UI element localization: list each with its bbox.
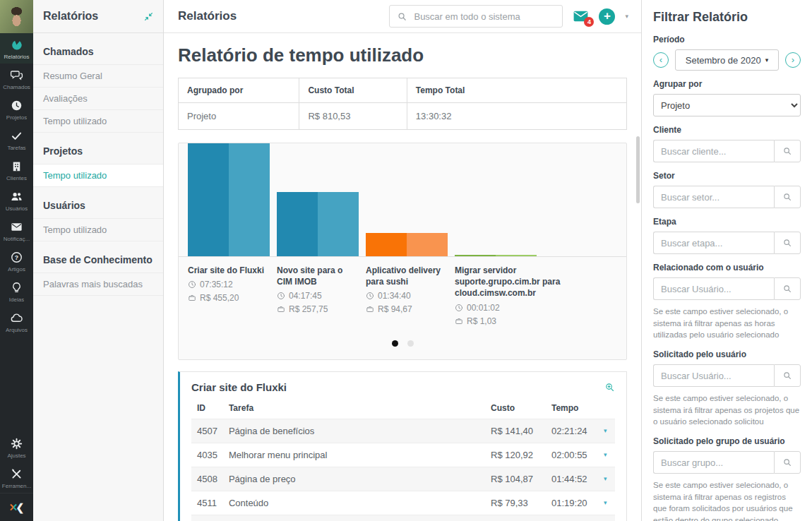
filter-search-input[interactable]: [653, 232, 774, 254]
filter-search-input[interactable]: [653, 364, 774, 387]
filter-search-button[interactable]: [774, 451, 801, 474]
wallet-icon: [277, 305, 285, 313]
rail-item-arquivos[interactable]: Arquivos: [0, 306, 33, 337]
task-name: Melhorar imagem do relatório (agrupar po…: [223, 515, 485, 521]
carousel-dots: [179, 340, 626, 347]
rail-item-ferramen[interactable]: Ferramen...: [0, 462, 33, 493]
chart-bar-label: Migrar servidor suporte.grupo.cim.br par…: [455, 265, 572, 299]
sidebar-item[interactable]: Tempo utilizado: [33, 218, 163, 241]
previous-month-button[interactable]: ‹: [653, 52, 669, 68]
vertical-scrollbar[interactable]: [636, 136, 640, 203]
chart-bar-time: 07:35:12: [200, 280, 233, 289]
chart-bar-time: 04:17:45: [289, 291, 322, 301]
task-time: 01:19:20: [546, 491, 598, 515]
agrupar-select[interactable]: Projeto: [653, 94, 801, 116]
row-expand-caret-icon[interactable]: ▾: [598, 467, 615, 491]
notifications-mail-icon[interactable]: 4: [573, 10, 589, 23]
summary-header: Tempo Total: [407, 78, 626, 103]
rail-item-ideias[interactable]: Ideias: [0, 276, 33, 306]
row-expand-caret-icon[interactable]: ▾: [598, 419, 615, 443]
rail-item-chamados[interactable]: Chamados: [0, 64, 33, 94]
table-row[interactable]: 4493 Melhorar imagem do relatório (agrup…: [191, 515, 615, 521]
row-expand-caret-icon[interactable]: ▾: [598, 515, 615, 521]
rail-item-notifica[interactable]: Notificaç...: [0, 215, 33, 246]
filter-helper-text: Se este campo estiver selecionado, o sis…: [653, 306, 801, 341]
chart-bar-label: Aplicativo delivery para sushi: [366, 265, 448, 287]
add-dropdown-caret-icon[interactable]: ▾: [625, 13, 628, 20]
period-caret-icon: ▾: [765, 56, 769, 64]
chart-bar-cost: R$ 94,67: [378, 304, 412, 314]
filter-search-button[interactable]: [774, 186, 801, 208]
detail-header: Custo: [485, 397, 546, 419]
collapse-sidebar-icon[interactable]: [144, 12, 153, 21]
filter-fields: Cliente Setor Etapa Relacionado com o us…: [653, 125, 801, 521]
carousel-dot[interactable]: [407, 340, 414, 347]
app-logo: ✕ ❮: [0, 493, 33, 521]
filter-field: Etapa: [653, 217, 801, 254]
table-row[interactable]: 4511 Conteúdo R$ 79,33 01:19:20 ▾: [191, 491, 615, 515]
task-id: 4511: [191, 491, 223, 515]
rail-item-projetos[interactable]: Projetos: [0, 94, 33, 124]
search-icon: [782, 146, 792, 156]
filter-search-button[interactable]: [774, 364, 801, 387]
task-id: 4493: [191, 515, 223, 521]
filter-search-button[interactable]: [774, 140, 801, 162]
chat-icon: [10, 68, 24, 82]
rail-item-clientes[interactable]: Clientes: [0, 155, 33, 185]
wallet-icon: [455, 317, 463, 325]
table-row[interactable]: 4507 Página de benefícios R$ 141,40 02:2…: [191, 419, 615, 443]
period-selector[interactable]: Setembro de 2020 ▾: [675, 49, 779, 71]
row-expand-caret-icon[interactable]: ▾: [598, 443, 615, 467]
rail-item-ajustes[interactable]: Ajustes: [0, 432, 33, 462]
tools-icon: [10, 467, 24, 481]
clock-icon: [366, 292, 374, 300]
time-bar-chart: Criar site do Fluxki 07:35:12 R$ 455,20 …: [178, 143, 627, 360]
filter-search-button[interactable]: [774, 232, 801, 254]
main-column: Relatórios 4 + ▾ Relatório de tempo util…: [164, 0, 641, 521]
sidebar-item[interactable]: Palavras mais buscadas: [33, 273, 163, 296]
chart-bar[interactable]: [188, 143, 270, 256]
search-icon: [782, 284, 792, 294]
chart-bar[interactable]: [366, 233, 448, 256]
task-id: 4035: [191, 443, 223, 467]
rail-item-artigos[interactable]: ? Artigos: [0, 246, 33, 276]
table-row[interactable]: 4508 Página de preço R$ 104,87 01:44:52 …: [191, 467, 615, 491]
reports-sidebar: Relatórios Chamados Resumo GeralAvaliaçõ…: [33, 0, 164, 521]
cloud-icon: [10, 311, 24, 325]
carousel-dot[interactable]: [392, 340, 398, 347]
sidebar-item[interactable]: Avaliações: [33, 88, 163, 110]
envelope-icon: [10, 220, 24, 234]
zoom-detail-icon[interactable]: [604, 382, 615, 393]
rail-item-usurios[interactable]: Usuários: [0, 185, 33, 215]
chart-bar-label: Criar site do Fluxki: [188, 265, 270, 276]
filter-search-input[interactable]: [653, 186, 774, 208]
filter-helper-text: Se este campo estiver selecionado, o sis…: [653, 393, 801, 428]
search-icon: [782, 457, 792, 467]
task-time: 01:44:52: [546, 467, 598, 491]
detail-header: Tempo: [546, 397, 598, 419]
filter-search-input[interactable]: [653, 277, 774, 300]
filter-search-input[interactable]: [653, 451, 774, 474]
task-name: Página de preço: [223, 467, 485, 491]
chart-bar[interactable]: [277, 192, 359, 256]
add-new-button[interactable]: +: [599, 8, 615, 25]
task-name: Conteúdo: [223, 491, 485, 515]
user-avatar[interactable]: [0, 0, 33, 33]
chart-bar-time: 01:34:40: [378, 291, 411, 301]
rail-item-relatrios[interactable]: Relatórios: [0, 33, 33, 64]
sidebar-item[interactable]: Resumo Geral: [33, 64, 163, 88]
rail-item-tarefas[interactable]: Tarefas: [0, 124, 33, 155]
global-search[interactable]: [389, 5, 563, 28]
filter-field-label: Cliente: [653, 125, 801, 135]
table-row[interactable]: 4035 Melhorar menu principal R$ 120,92 0…: [191, 443, 615, 467]
report-title: Relatório de tempo utilizado: [178, 44, 627, 66]
global-search-input[interactable]: [414, 11, 555, 22]
summary-value: 13:30:32: [407, 103, 626, 130]
sidebar-item[interactable]: Tempo utilizado: [33, 164, 163, 187]
sidebar-item[interactable]: Tempo utilizado: [33, 110, 163, 133]
row-expand-caret-icon[interactable]: ▾: [598, 491, 615, 515]
next-month-button[interactable]: ›: [785, 52, 801, 68]
mail-badge: 4: [584, 17, 594, 27]
filter-search-input[interactable]: [653, 140, 774, 162]
filter-search-button[interactable]: [774, 277, 801, 300]
